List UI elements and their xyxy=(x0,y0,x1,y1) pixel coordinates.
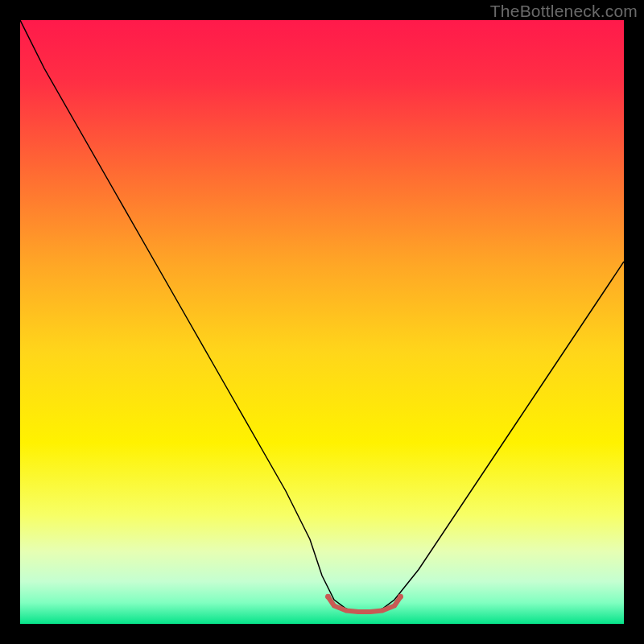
watermark-text: TheBottleneck.com xyxy=(490,2,638,21)
chart-background xyxy=(20,20,624,624)
optimal-marker-endpoint-right xyxy=(398,594,403,600)
chart-container: TheBottleneck.com xyxy=(0,0,644,644)
bottleneck-chart xyxy=(20,20,624,624)
optimal-marker-endpoint-left xyxy=(325,594,331,600)
